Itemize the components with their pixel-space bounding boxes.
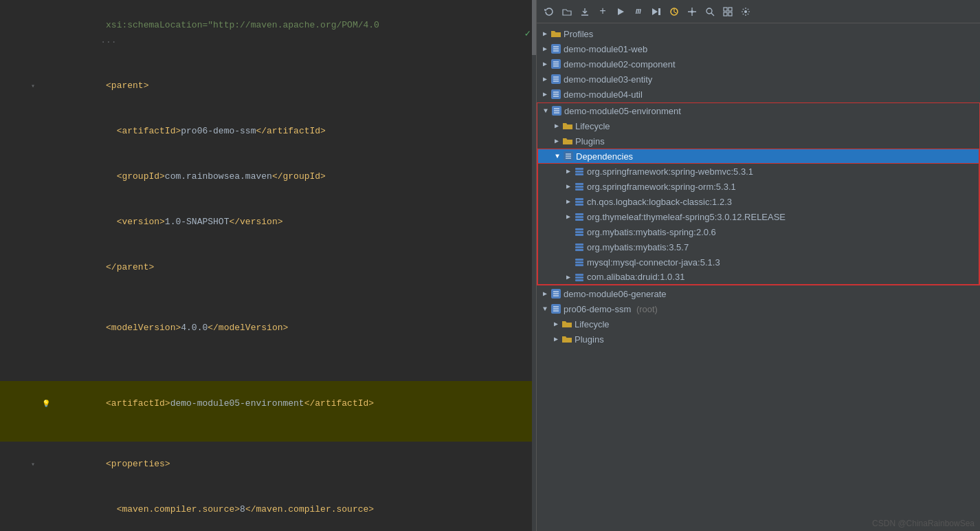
svg-rect-50 [575, 264, 583, 266]
tree-arrow: ▶ [539, 30, 550, 38]
tree-item-dependencies[interactable]: ▼ Dependencies [537, 149, 979, 164]
tree-item-module06[interactable]: ▶ demo-module06-generate [537, 286, 980, 301]
tree-item-root[interactable]: ▼ pro06-demo-ssm (root) [537, 301, 980, 316]
attr-value: xsi:schemaLocation="http://maven.apache.… [95, 20, 379, 30]
tree-item-module05[interactable]: ▼ demo-module05-environment [537, 103, 979, 118]
svg-rect-7 [724, 8, 727, 11]
line-continuation: ... [95, 35, 116, 45]
code-text: </parent> [52, 245, 531, 290]
svg-rect-37 [575, 201, 583, 203]
tree-item-module04[interactable]: ▶ demo-module04-util [537, 87, 980, 102]
code-text: <version>1.0-SNAPSHOT</version> [52, 199, 531, 245]
module05-label: demo-module05-environment [564, 106, 681, 116]
toggle-button[interactable] [666, 3, 682, 20]
settings-button[interactable] [737, 3, 754, 20]
module-icon [550, 289, 561, 299]
tree-arrow: ▶ [539, 290, 550, 298]
tree-item-dep-mysql[interactable]: ▶ mysql:mysql-connector-java:5.1.3 [537, 254, 979, 270]
svg-point-5 [706, 8, 712, 14]
download-button[interactable] [577, 3, 593, 20]
dependencies-label: Dependencies [576, 151, 633, 162]
fold-marker[interactable]: ▾ [26, 82, 40, 90]
dep-label: org.springframework:spring-webmvc:5.3.1 [587, 166, 753, 177]
group-button[interactable] [720, 3, 736, 20]
tree-item-dep-druid[interactable]: ▶ com.alibaba:druid:1.0.31 [537, 270, 979, 285]
svg-rect-41 [575, 219, 583, 221]
module-icon [550, 44, 561, 54]
maven-goals-button[interactable]: m [630, 3, 647, 20]
tree-item-dep-logback[interactable]: ▶ ch.qos.logback:logback-classic:1.2.3 [537, 194, 979, 209]
svg-rect-51 [575, 274, 583, 276]
scrollbar[interactable] [532, 0, 536, 531]
tree-item-plugins[interactable]: ▶ Plugins [537, 133, 979, 149]
maven-panel: + m ▶ [536, 0, 980, 531]
tree-item-dep-thymeleaf[interactable]: ▶ org.thymeleaf:thymeleaf-spring5:3.0.12… [537, 209, 979, 224]
tree-item-lifecycle2[interactable]: ▶ Lifecycle [537, 316, 980, 332]
tag: <artifactId> [95, 398, 170, 409]
tag-open: < [95, 80, 111, 91]
tree-item-module01[interactable]: ▶ demo-module01-web [537, 41, 980, 56]
tree-item-dep-mybatis-spring[interactable]: ▶ org.mybatis:mybatis-spring:2.0.6 [537, 224, 979, 239]
svg-rect-45 [575, 243, 583, 246]
plugins-icon [562, 137, 573, 145]
tree-item-dep-mybatis[interactable]: ▶ org.mybatis:mybatis:3.5.7 [537, 239, 979, 254]
svg-rect-40 [575, 216, 583, 218]
root-name: pro06-demo-ssm [564, 304, 631, 314]
jar-icon [574, 182, 585, 191]
add-button[interactable]: + [594, 3, 611, 20]
jar-icon [574, 257, 585, 267]
offline-button[interactable] [684, 3, 700, 20]
code-line-highlighted: 💡 <artifactId>demo-module05-environment<… [0, 381, 536, 426]
reload-button[interactable] [541, 3, 557, 20]
scroll-thumb[interactable] [532, 0, 536, 55]
tree-arrow: ▶ [539, 75, 550, 83]
tag: <modelVersion> [95, 323, 181, 333]
svg-rect-31 [575, 171, 583, 173]
plugins-icon [561, 335, 572, 343]
code-line [0, 366, 536, 381]
tree-arrow: ▼ [539, 305, 550, 313]
svg-rect-44 [575, 234, 583, 236]
module-icon [550, 59, 561, 69]
profiles-icon [550, 30, 561, 38]
svg-rect-48 [575, 259, 583, 261]
text: 1.0-SNAPSHOT [165, 217, 230, 227]
tree-item-module03[interactable]: ▶ demo-module03-entity [537, 72, 980, 87]
dependencies-icon [563, 151, 574, 161]
svg-rect-49 [575, 261, 583, 263]
fold-marker[interactable]: ▾ [26, 460, 40, 468]
dep-label: ch.qos.logback:logback-classic:1.2.3 [587, 197, 732, 207]
open-button[interactable] [559, 3, 575, 20]
tree-item-lifecycle[interactable]: ▶ Lifecycle [537, 118, 979, 133]
run-button[interactable] [612, 3, 629, 20]
code-line: <artifactId>pro06-demo-ssm</artifactId> [0, 109, 536, 154]
text: 8 [240, 504, 245, 514]
svg-point-4 [691, 10, 693, 13]
tree-item-dep-spring-webmvc[interactable]: ▶ org.springframework:spring-webmvc:5.3.… [537, 164, 979, 179]
tree-item-profiles[interactable]: ▶ Profiles [537, 26, 980, 41]
code-line: ▾ <properties> [0, 442, 536, 487]
tree-item-dep-spring-orm[interactable]: ▶ org.springframework:spring-orm:5.3.1 [537, 179, 979, 194]
svg-point-11 [744, 10, 747, 13]
jar-icon [574, 166, 585, 176]
code-text: <properties> [52, 442, 531, 487]
code-line [0, 426, 536, 442]
svg-rect-32 [575, 173, 583, 175]
module04-label: demo-module04-util [564, 89, 643, 100]
tree-arrow: ▶ [551, 137, 562, 145]
svg-rect-43 [575, 231, 583, 233]
tree-arrow: ▶ [563, 273, 574, 281]
tree-item-plugins2[interactable]: ▶ Plugins [537, 332, 980, 347]
module05-highlighted-container: ▼ demo-module05-environment ▶ Lifecycle [537, 102, 980, 285]
svg-rect-52 [575, 277, 583, 279]
code-line: <maven.compiler.source>8</maven.compiler… [0, 487, 536, 531]
svg-rect-35 [575, 188, 583, 191]
tag: </artifactId> [304, 398, 374, 409]
tree-arrow: ▶ [550, 320, 561, 328]
code-text: <maven.compiler.source>8</maven.compiler… [52, 487, 531, 531]
module06-label: demo-module06-generate [564, 289, 667, 299]
skip-tests-button[interactable] [648, 3, 665, 20]
tree-item-module02[interactable]: ▶ demo-module02-component [537, 56, 980, 72]
svg-rect-9 [724, 12, 727, 16]
search-button[interactable] [702, 3, 718, 20]
